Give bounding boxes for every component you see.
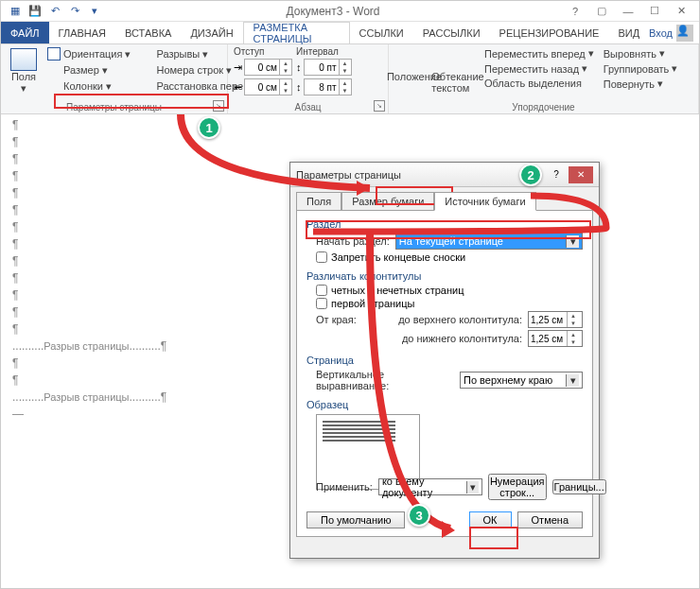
first-page-label: первой страницы <box>331 298 414 309</box>
page-setup-launcher[interactable]: ↘ <box>213 100 224 112</box>
suppress-endnotes-label: Запретить концевые сноски <box>331 251 465 263</box>
title-bar: ▦ 💾 ↶ ↷ ▾ Документ3 - Word ? ▢ — ☐ ✕ <box>1 1 699 22</box>
help-icon[interactable]: ? <box>563 3 587 20</box>
headers-heading: Различать колонтитулы <box>306 270 583 282</box>
bring-forward-button[interactable]: Переместить вперед ▾ <box>481 46 597 61</box>
start-section-label: Начать раздел: <box>316 235 390 247</box>
dialog-tabs: Поля Размер бумаги Источник бумаги <box>290 187 599 210</box>
odd-even-label: четных и нечетных страниц <box>331 285 464 296</box>
word-icon: ▦ <box>7 3 24 20</box>
apply-to-combo[interactable]: ко всему документу▾ <box>378 478 482 495</box>
tab-home[interactable]: ГЛАВНАЯ <box>49 22 115 43</box>
dialog-close-icon[interactable]: ✕ <box>569 166 593 183</box>
dialog-tab-source[interactable]: Источник бумаги <box>434 192 535 211</box>
from-edge-label: От края: <box>316 314 357 325</box>
save-icon[interactable]: 💾 <box>26 3 44 20</box>
dialog-tab-size[interactable]: Размер бумаги <box>341 192 434 211</box>
ribbon: Поля▾ Ориентация ▾ Размер ▾ Колонки ▾ Ра… <box>1 44 699 114</box>
close-icon[interactable]: ✕ <box>669 3 693 20</box>
valign-combo[interactable]: По верхнему краю▾ <box>460 372 583 389</box>
size-button[interactable]: Размер ▾ <box>44 62 133 78</box>
tab-mailings[interactable]: РАССЫЛКИ <box>413 22 490 43</box>
tab-file[interactable]: ФАЙЛ <box>1 22 49 43</box>
ribbon-options-icon[interactable]: ▢ <box>589 3 614 20</box>
tab-review[interactable]: РЕЦЕНЗИРОВАНИЕ <box>490 22 609 43</box>
footer-distance-spin[interactable]: ▲▼ <box>528 330 583 347</box>
default-button[interactable]: По умолчанию <box>306 511 405 528</box>
orientation-button[interactable]: Ориентация ▾ <box>44 46 133 61</box>
undo-icon[interactable]: ↶ <box>46 3 63 20</box>
valign-label: Вертикальное выравнивание: <box>316 369 454 391</box>
rotate-button[interactable]: Повернуть ▾ <box>601 77 681 91</box>
dialog-title: Параметры страницы <box>296 169 544 181</box>
quick-access-toolbar: ▦ 💾 ↶ ↷ ▾ <box>7 3 103 20</box>
cancel-button[interactable]: Отмена <box>517 511 583 528</box>
group-button[interactable]: Группировать ▾ <box>601 61 681 76</box>
group-title-paragraph: Абзац <box>228 102 388 113</box>
to-header-label: до верхнего колонтитула: <box>398 314 522 325</box>
indent-label: Отступ <box>234 46 292 57</box>
dialog-help-icon[interactable]: ? <box>544 166 569 183</box>
borders-button[interactable]: Границы... <box>552 479 606 494</box>
login-link[interactable]: Вход <box>649 27 673 39</box>
tab-insert[interactable]: ВСТАВКА <box>115 22 181 43</box>
group-title-page-setup: Параметры страницы <box>1 102 227 113</box>
callout-2: 2 <box>519 164 542 186</box>
space-before-spin[interactable]: ▲▼ <box>304 59 352 76</box>
page-setup-dialog: Параметры страницы ?✕ Поля Размер бумаги… <box>289 162 600 559</box>
chevron-down-icon[interactable]: ▾ <box>566 374 579 387</box>
minimize-icon[interactable]: — <box>616 3 640 20</box>
suppress-endnotes-checkbox[interactable] <box>316 251 327 263</box>
chevron-down-icon[interactable]: ▾ <box>466 481 479 494</box>
spacing-label: Интервал <box>296 46 352 57</box>
maximize-icon[interactable]: ☐ <box>642 3 667 20</box>
group-paragraph: Отступ ⇥▲▼ ⇤▲▼ Интервал ↕▲▼ ↕▲▼ Абзац ↘ <box>228 44 389 113</box>
indent-right-spin[interactable]: ▲▼ <box>244 78 292 95</box>
chevron-down-icon[interactable]: ▾ <box>566 235 579 248</box>
space-before-icon: ↕ <box>296 61 302 73</box>
first-page-checkbox[interactable] <box>316 298 327 309</box>
redo-icon[interactable]: ↷ <box>66 3 83 20</box>
tab-design[interactable]: ДИЗАЙН <box>181 22 242 43</box>
section-heading: Раздел <box>306 218 583 230</box>
preview-heading: Образец <box>306 399 583 410</box>
tab-layout[interactable]: РАЗМЕТКА СТРАНИЦЫ <box>243 22 350 43</box>
tab-view[interactable]: ВИД <box>608 22 649 43</box>
qat-customize-icon[interactable]: ▾ <box>86 3 103 20</box>
to-footer-label: до нижнего колонтитула: <box>402 333 522 344</box>
ribbon-tabs: ФАЙЛ ГЛАВНАЯ ВСТАВКА ДИЗАЙН РАЗМЕТКА СТР… <box>1 22 699 44</box>
page-heading: Страница <box>306 355 583 366</box>
group-arrange: Положение Обтекание текстом Переместить … <box>389 44 699 113</box>
dialog-body: Раздел Начать раздел: На текущей страниц… <box>296 210 593 537</box>
align-button[interactable]: Выровнять ▾ <box>601 46 681 61</box>
header-distance-spin[interactable]: ▲▼ <box>528 311 583 328</box>
columns-button[interactable]: Колонки ▾ <box>44 78 133 94</box>
send-backward-button[interactable]: Переместить назад ▾ <box>481 61 597 76</box>
selection-pane-button[interactable]: Область выделения <box>481 77 597 90</box>
line-numbers-button[interactable]: Нумерация строк... <box>488 474 547 500</box>
indent-right-icon: ⇤ <box>234 81 242 94</box>
window-controls: ? ▢ — ☐ ✕ <box>563 3 693 20</box>
space-after-icon: ↕ <box>296 81 302 93</box>
group-page-setup: Поля▾ Ориентация ▾ Размер ▾ Колонки ▾ Ра… <box>1 44 228 113</box>
start-section-combo[interactable]: На текущей странице▾ <box>395 233 583 250</box>
callout-3: 3 <box>408 504 430 527</box>
tab-references[interactable]: ССЫЛКИ <box>350 22 413 43</box>
app-title: Документ3 - Word <box>103 5 563 18</box>
group-title-arrange: Упорядочение <box>389 102 698 113</box>
odd-even-checkbox[interactable] <box>316 285 327 296</box>
paragraph-launcher[interactable]: ↘ <box>374 100 385 112</box>
dialog-tab-fields[interactable]: Поля <box>296 192 341 211</box>
indent-left-icon: ⇥ <box>234 61 242 74</box>
callout-1: 1 <box>198 116 220 139</box>
indent-left-spin[interactable]: ▲▼ <box>244 59 292 76</box>
space-after-spin[interactable]: ▲▼ <box>304 78 352 95</box>
user-icon[interactable]: 👤 <box>676 25 693 42</box>
dialog-titlebar: Параметры страницы ?✕ <box>290 163 599 187</box>
apply-to-label: Применить: <box>316 481 373 493</box>
ok-button[interactable]: ОК <box>469 511 512 528</box>
